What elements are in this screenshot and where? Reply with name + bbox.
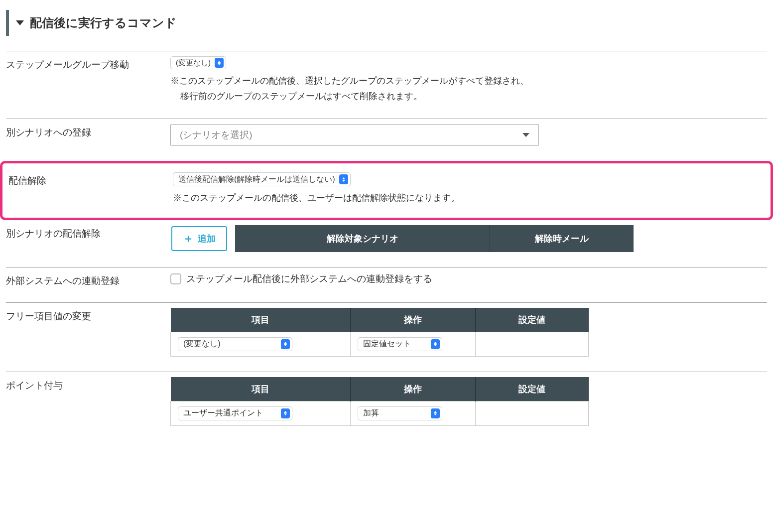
row-alt-scenario: 別シナリオへの登録 (シナリオを選択) bbox=[6, 119, 767, 161]
th-cancel-target: 解除対象シナリオ bbox=[235, 225, 490, 252]
select-free-item-value: (変更なし) bbox=[183, 339, 221, 349]
helper-group-move: ※このステップメールの配信後、選択したグループのステップメールがすべて登録され、… bbox=[170, 73, 757, 104]
checkbox-box-icon bbox=[170, 273, 181, 284]
label-unsubscribe: 配信解除 bbox=[8, 172, 173, 187]
select-alt-scenario-placeholder: (シナリオを選択) bbox=[180, 129, 253, 141]
label-free-item: フリー項目値の変更 bbox=[6, 308, 170, 323]
label-point-grant: ポイント付与 bbox=[6, 377, 170, 392]
chevron-down-icon bbox=[522, 133, 529, 137]
select-alt-scenario[interactable]: (シナリオを選択) bbox=[170, 124, 539, 146]
select-point-op[interactable]: 加算 bbox=[358, 406, 442, 420]
table-free-item: 項目 操作 設定値 (変更なし) 固定値セット bbox=[170, 308, 589, 357]
th-free-val: 設定値 bbox=[476, 308, 589, 332]
checkbox-external-link[interactable]: ステップメール配信後に外部システムへの連動登録をする bbox=[170, 272, 432, 285]
select-point-op-value: 加算 bbox=[363, 408, 379, 418]
updown-caret-icon bbox=[281, 339, 290, 349]
add-scenario-cancel-button[interactable]: ＋ 追加 bbox=[171, 226, 227, 251]
th-point-item: 項目 bbox=[171, 377, 351, 401]
updown-caret-icon bbox=[431, 339, 440, 349]
select-group-move-value: (変更なし) bbox=[176, 58, 211, 68]
th-cancel-mail: 解除時メール bbox=[490, 225, 634, 252]
th-free-op: 操作 bbox=[350, 308, 476, 332]
add-button-label: 追加 bbox=[198, 233, 216, 245]
table-point-grant: 項目 操作 設定値 ユーザー共通ポイント 加算 bbox=[170, 377, 589, 426]
select-unsubscribe[interactable]: 送信後配信解除(解除時メールは送信しない) bbox=[173, 172, 351, 186]
plus-icon: ＋ bbox=[183, 233, 194, 244]
select-free-item[interactable]: (変更なし) bbox=[178, 337, 292, 351]
collapse-triangle-icon bbox=[16, 20, 24, 25]
label-external-link: 外部システムへの連動登録 bbox=[6, 272, 170, 287]
select-point-item-value: ユーザー共通ポイント bbox=[183, 408, 263, 418]
select-free-op[interactable]: 固定値セット bbox=[358, 337, 442, 351]
cell-point-value[interactable] bbox=[476, 401, 589, 425]
row-point-grant: ポイント付与 項目 操作 設定値 ユーザー共通ポイント 加算 bbox=[6, 372, 767, 441]
label-alt-scenario-cancel: 別シナリオの配信解除 bbox=[6, 225, 170, 240]
select-unsubscribe-value: 送信後配信解除(解除時メールは送信しない) bbox=[178, 174, 335, 185]
cell-free-value[interactable] bbox=[476, 332, 589, 356]
row-group-move: ステップメールグループ移動 (変更なし) ※このステップメールの配信後、選択した… bbox=[6, 51, 767, 119]
highlight-unsubscribe: 配信解除 送信後配信解除(解除時メールは送信しない) ※このステップメールの配信… bbox=[0, 161, 773, 220]
th-point-op: 操作 bbox=[350, 377, 476, 401]
row-alt-scenario-cancel: 別シナリオの配信解除 ＋ 追加 解除対象シナリオ 解除時メール bbox=[6, 223, 767, 267]
th-free-item: 項目 bbox=[171, 308, 351, 332]
section-header[interactable]: 配信後に実行するコマンド bbox=[6, 10, 773, 36]
select-group-move[interactable]: (変更なし) bbox=[170, 56, 226, 69]
label-alt-scenario: 別シナリオへの登録 bbox=[6, 124, 170, 139]
table-alt-scenario-cancel: ＋ 追加 解除対象シナリオ 解除時メール bbox=[170, 225, 634, 252]
updown-caret-icon bbox=[339, 174, 348, 184]
th-point-val: 設定値 bbox=[476, 377, 589, 401]
helper-unsubscribe: ※このステップメールの配信後、ユーザーは配信解除状態になります。 bbox=[173, 190, 755, 206]
updown-caret-icon bbox=[215, 58, 224, 68]
updown-caret-icon bbox=[281, 408, 290, 418]
select-free-op-value: 固定値セット bbox=[363, 339, 411, 349]
section-title: 配信後に実行するコマンド bbox=[30, 15, 177, 31]
row-free-item: フリー項目値の変更 項目 操作 設定値 (変更なし) 固定値セット bbox=[6, 302, 767, 372]
row-external-link: 外部システムへの連動登録 ステップメール配信後に外部システムへの連動登録をする bbox=[6, 267, 767, 302]
label-group-move: ステップメールグループ移動 bbox=[6, 56, 170, 71]
select-point-item[interactable]: ユーザー共通ポイント bbox=[178, 406, 292, 420]
checkbox-external-link-label: ステップメール配信後に外部システムへの連動登録をする bbox=[186, 272, 432, 285]
updown-caret-icon bbox=[431, 408, 440, 418]
